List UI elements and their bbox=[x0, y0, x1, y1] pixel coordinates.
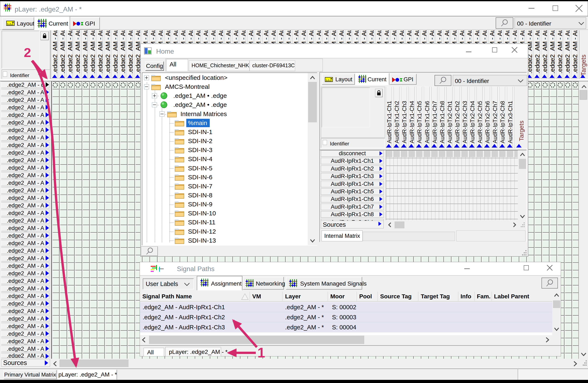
svg-text:2: 2 bbox=[24, 45, 31, 60]
svg-text:1: 1 bbox=[257, 345, 265, 360]
